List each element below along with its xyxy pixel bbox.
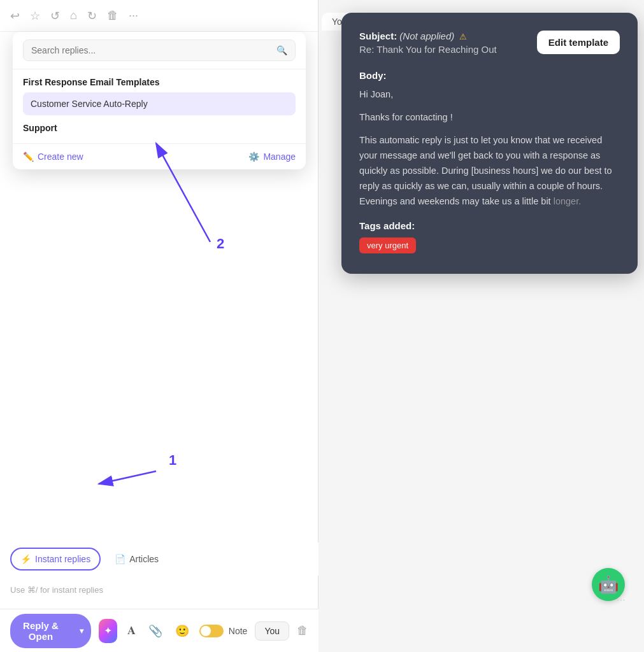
you-button[interactable]: You <box>255 621 289 641</box>
search-input[interactable] <box>31 45 271 55</box>
search-box: 🔍 <box>23 39 296 61</box>
dropdown-panel: 🔍 First Response Email Templates Custome… <box>13 32 306 169</box>
instant-replies-label: Instant replies <box>35 554 90 564</box>
svg-line-3 <box>99 471 156 484</box>
gear-icon: ⚙️ <box>248 152 259 162</box>
emoji-icon[interactable]: 🙂 <box>173 621 192 641</box>
annotation-number-1: 1 <box>169 452 176 469</box>
create-new-label: Create new <box>38 152 83 162</box>
subject-not-applied: (Not applied) <box>399 31 454 41</box>
manage-label: Manage <box>263 152 296 162</box>
body-text: Hi Joan, Thanks for contacting ! This au… <box>359 87 620 209</box>
subject-value: Re: Thank You for Reaching Out <box>359 44 497 55</box>
chevron-down-icon[interactable]: ▾ <box>72 620 91 642</box>
template-item-auto-reply[interactable]: Customer Service Auto-Reply <box>23 92 296 115</box>
warning-icon: ⚠ <box>459 32 467 41</box>
tab-instant-replies[interactable]: ⚡ Instant replies <box>10 548 101 570</box>
articles-icon: 📄 <box>115 554 125 564</box>
subject-block: Subject: (Not applied) ⚠ Re: Thank You f… <box>359 31 497 65</box>
text-format-icon[interactable]: 𝐀 <box>125 621 138 640</box>
pencil-icon: ✏️ <box>23 152 34 162</box>
back-icon[interactable]: ↩ <box>10 9 20 23</box>
body-faded: longer. <box>554 196 582 206</box>
annotation-number-2: 2 <box>217 236 224 252</box>
preview-header: Subject: (Not applied) ⚠ Re: Thank You f… <box>359 31 620 65</box>
body-greeting: Hi Joan, <box>359 87 620 103</box>
body-label: Body: <box>359 70 620 81</box>
magic-button[interactable]: ✦ <box>99 619 117 643</box>
more-icon[interactable]: ··· <box>129 9 138 22</box>
star-icon[interactable]: ☆ <box>30 9 40 23</box>
tag-badge-urgent: very urgent <box>359 237 416 253</box>
reply-open-button[interactable]: Reply & Open ▾ <box>10 614 91 648</box>
subject-line: Subject: (Not applied) ⚠ <box>359 31 497 41</box>
tags-section: Tags added: very urgent <box>359 220 620 253</box>
dropdown-footer: ✏️ Create new ⚙️ Manage <box>13 143 306 169</box>
tags-label: Tags added: <box>359 220 620 231</box>
reply-open-label: Reply & Open <box>10 614 71 648</box>
manage-link[interactable]: ⚙️ Manage <box>248 152 296 162</box>
search-icon: 🔍 <box>276 45 287 55</box>
support-title: Support <box>23 123 296 133</box>
lightning-icon: ⚡ <box>20 554 31 564</box>
support-section: Support <box>13 118 306 138</box>
section-title: First Response Email Templates <box>23 77 296 87</box>
left-panel: ↩ ☆ ↺ ⌂ ↻ 🗑 ··· 🔍 First Response Email T… <box>0 0 318 652</box>
articles-label: Articles <box>129 554 159 564</box>
redo-icon[interactable]: ↻ <box>87 9 97 23</box>
tab-articles[interactable]: 📄 Articles <box>106 549 168 569</box>
note-toggle-switch[interactable] <box>199 625 224 637</box>
body-para2: This automatic reply is just to let you … <box>359 133 620 209</box>
toggle-dot <box>201 626 211 636</box>
delete-icon[interactable]: 🗑 <box>107 9 118 22</box>
edit-template-button[interactable]: Edit template <box>537 31 620 54</box>
note-toggle: Note <box>199 625 248 637</box>
search-container: 🔍 <box>13 32 306 69</box>
body-para1: Thanks for contacting ! <box>359 110 620 125</box>
home-icon[interactable]: ⌂ <box>70 9 77 22</box>
subject-label: Subject: <box>359 31 397 41</box>
preview-card: Subject: (Not applied) ⚠ Re: Thank You f… <box>341 13 638 274</box>
attachment-icon[interactable]: 📎 <box>146 621 165 641</box>
trash-icon[interactable]: 🗑 <box>297 624 308 637</box>
main-container: ↩ ☆ ↺ ⌂ ↻ 🗑 ··· 🔍 First Response Email T… <box>0 0 644 652</box>
tabs-bar: ⚡ Instant replies 📄 Articles <box>0 542 318 576</box>
hint-text: Use ⌘/ for instant replies <box>10 585 103 595</box>
avatar-dots: ··· <box>617 597 626 604</box>
template-section: First Response Email Templates Customer … <box>13 69 306 118</box>
toolbar: ↩ ☆ ↺ ⌂ ↻ 🗑 ··· <box>0 0 318 32</box>
bottom-bar: Reply & Open ▾ ✦ 𝐀 📎 🙂 Note You 🗑 <box>0 609 318 652</box>
note-label: Note <box>229 626 248 636</box>
create-new-link[interactable]: ✏️ Create new <box>23 152 83 162</box>
undo-icon[interactable]: ↺ <box>50 9 60 23</box>
